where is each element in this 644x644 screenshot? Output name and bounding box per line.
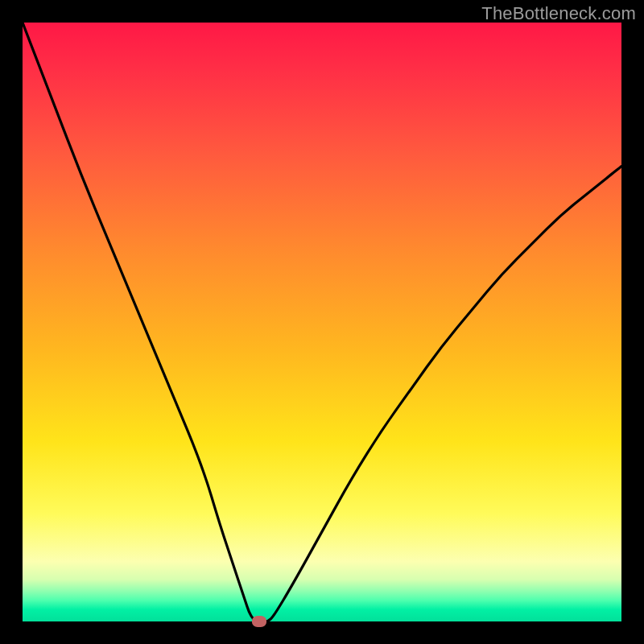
bottleneck-curve-path	[23, 23, 621, 621]
curve-svg	[23, 23, 621, 621]
watermark-text: TheBottleneck.com	[481, 3, 636, 24]
min-point-marker	[252, 616, 266, 627]
chart-frame: TheBottleneck.com	[0, 0, 644, 644]
plot-area	[23, 23, 621, 621]
